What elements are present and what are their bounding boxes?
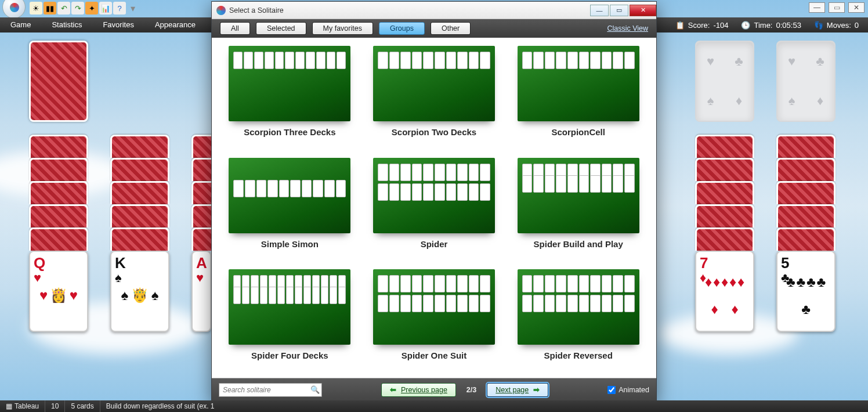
status-bar: ▦Tableau 10 5 cards Build down regardles… bbox=[0, 400, 868, 412]
game-thumb[interactable] bbox=[373, 158, 495, 233]
tab-other[interactable]: Other bbox=[431, 22, 471, 35]
animated-checkbox[interactable] bbox=[607, 386, 616, 394]
tableau-pile[interactable]: Q ♥ ♥👸♥ bbox=[29, 135, 88, 332]
status-area: ▦Tableau bbox=[0, 400, 45, 412]
game-name: Spider bbox=[421, 239, 448, 249]
animated-toggle[interactable]: Animated bbox=[607, 386, 649, 394]
moves-icon: 👣 bbox=[814, 21, 823, 30]
tab-selected[interactable]: Selected bbox=[256, 22, 306, 35]
animated-label: Animated bbox=[619, 386, 649, 394]
page-indicator: 2/3 bbox=[466, 386, 476, 394]
game-thumb[interactable] bbox=[229, 158, 350, 233]
stats-button[interactable]: 📊 bbox=[99, 2, 112, 15]
maximize-button[interactable]: ▭ bbox=[610, 5, 628, 16]
heart-icon: ♥ bbox=[788, 54, 795, 69]
classic-view-link[interactable]: Classic View bbox=[607, 24, 648, 32]
app-orb-button[interactable] bbox=[2, 0, 26, 19]
card-ace-hearts[interactable]: A ♥ bbox=[191, 251, 211, 332]
dialog-footer: 🔍 ⬅Previous page 2/3 Next page➡ Animated bbox=[212, 378, 656, 401]
card-five-clubs[interactable]: 5 ♣ ♣♣♣♣♣ bbox=[776, 251, 836, 332]
club-icon: ♣ bbox=[816, 54, 824, 69]
club-icon: ♣ bbox=[735, 54, 743, 69]
game-name: Scorpion Two Decks bbox=[392, 127, 476, 137]
tab-my-favorites[interactable]: My favorites bbox=[312, 22, 373, 35]
score-readout: 📋 Score: -104 bbox=[675, 21, 729, 30]
quick-access-toolbar: ☀ ▮▮ ↶ ↷ ✦ 📊 ? ▾ bbox=[0, 0, 136, 16]
solitaire-gallery: Scorpion Three Decks Scorpion Two Decks … bbox=[212, 38, 656, 378]
search-input[interactable] bbox=[223, 386, 310, 394]
status-num: 10 bbox=[45, 400, 65, 412]
spade-icon: ♠ bbox=[789, 93, 795, 109]
status-hint: Build down regardless of suit (ex. 1 bbox=[100, 400, 868, 412]
diamond-icon: ♦ bbox=[817, 93, 823, 109]
game-name: Scorpion Three Decks bbox=[244, 127, 335, 137]
card-king-spades[interactable]: K ♠ ♠🤴♠ bbox=[110, 251, 169, 332]
score-icon: 📋 bbox=[675, 21, 685, 30]
tableau-pile[interactable]: 7 ♦ ♦♦♦♦♦♦♦ bbox=[695, 135, 754, 332]
diamond-icon: ♦ bbox=[736, 93, 742, 109]
menu-game[interactable]: Game bbox=[0, 17, 41, 32]
card-seven-diamonds[interactable]: 7 ♦ ♦♦♦♦♦♦♦ bbox=[695, 251, 754, 332]
previous-page-button[interactable]: ⬅Previous page bbox=[381, 383, 456, 397]
moves-readout: 👣 Moves: 0 bbox=[814, 21, 859, 30]
redo-button[interactable]: ↷ bbox=[71, 2, 84, 15]
prev-label: Previous page bbox=[401, 386, 447, 394]
game-thumb[interactable] bbox=[518, 269, 639, 345]
game-name: Spider One Suit bbox=[402, 350, 467, 360]
tableau-pile[interactable]: 5 ♣ ♣♣♣♣♣ bbox=[776, 135, 836, 332]
card-queen-hearts[interactable]: Q ♥ ♥👸♥ bbox=[29, 251, 88, 332]
game-name: ScorpionCell bbox=[551, 127, 605, 137]
next-label: Next page bbox=[496, 386, 529, 394]
card-rank: A bbox=[196, 254, 207, 272]
tab-all[interactable]: All bbox=[220, 22, 250, 35]
game-thumb[interactable] bbox=[518, 158, 639, 233]
heart-icon: ♥ bbox=[196, 270, 204, 285]
game-name: Simple Simon bbox=[261, 239, 319, 249]
undo-button[interactable]: ↶ bbox=[57, 2, 70, 15]
menu-appearance[interactable]: Appearance bbox=[144, 17, 206, 32]
clock-icon: 🕒 bbox=[741, 21, 750, 30]
time-readout: 🕒 Time: 0:05:53 bbox=[741, 21, 801, 30]
select-solitaire-dialog: Select a Solitaire — ▭ ✕ All Selected My… bbox=[211, 1, 657, 402]
stock-pile[interactable] bbox=[29, 41, 88, 122]
moves-value: 0 bbox=[855, 21, 859, 30]
game-thumb[interactable] bbox=[373, 46, 495, 121]
game-name: Spider Reversed bbox=[544, 350, 612, 360]
tableau-pile[interactable]: K ♠ ♠🤴♠ bbox=[110, 135, 169, 332]
menu-statistics[interactable]: Statistics bbox=[41, 17, 92, 32]
minimize-button[interactable]: — bbox=[809, 2, 825, 13]
game-name: Spider Build and Play bbox=[534, 239, 623, 249]
app-icon bbox=[216, 6, 226, 15]
close-button[interactable]: ✕ bbox=[630, 5, 656, 16]
game-name: Spider Four Decks bbox=[251, 350, 328, 360]
spade-icon: ♠ bbox=[707, 93, 714, 109]
minimize-button[interactable]: — bbox=[590, 5, 609, 16]
hint-button[interactable]: ✦ bbox=[85, 2, 98, 15]
pause-button[interactable]: ▮▮ bbox=[44, 2, 56, 15]
search-solitaire[interactable]: 🔍 bbox=[219, 383, 322, 397]
weather-icon[interactable]: ☀ bbox=[30, 2, 42, 15]
next-page-button[interactable]: Next page➡ bbox=[487, 383, 548, 397]
score-value: -104 bbox=[713, 21, 728, 30]
game-thumb[interactable] bbox=[518, 46, 639, 121]
dialog-toolbar: All Selected My favorites Groups Other C… bbox=[212, 19, 656, 38]
time-value: 0:05:53 bbox=[776, 21, 801, 30]
menu-favorites[interactable]: Favorites bbox=[92, 17, 144, 32]
time-label: Time: bbox=[754, 21, 772, 30]
game-thumb[interactable] bbox=[373, 269, 495, 345]
dialog-titlebar[interactable]: Select a Solitaire — ▭ ✕ bbox=[212, 2, 656, 19]
score-label: Score: bbox=[688, 21, 710, 30]
tab-groups[interactable]: Groups bbox=[379, 22, 425, 35]
game-thumb[interactable] bbox=[229, 269, 350, 345]
game-thumb[interactable] bbox=[229, 46, 350, 121]
foundation-slot[interactable]: ♥ ♣ ♠ ♦ bbox=[776, 41, 836, 122]
search-icon[interactable]: 🔍 bbox=[310, 385, 320, 394]
arrow-right-icon: ➡ bbox=[533, 385, 540, 394]
help-button[interactable]: ? bbox=[113, 2, 126, 15]
main-window-controls: — ▭ ✕ bbox=[809, 2, 865, 13]
maximize-button[interactable]: ▭ bbox=[829, 2, 845, 13]
foundation-slot[interactable]: ♥ ♣ ♠ ♦ bbox=[695, 41, 754, 122]
moves-label: Moves: bbox=[827, 21, 851, 30]
grid-icon: ▦ bbox=[6, 402, 12, 410]
close-button[interactable]: ✕ bbox=[848, 2, 865, 13]
